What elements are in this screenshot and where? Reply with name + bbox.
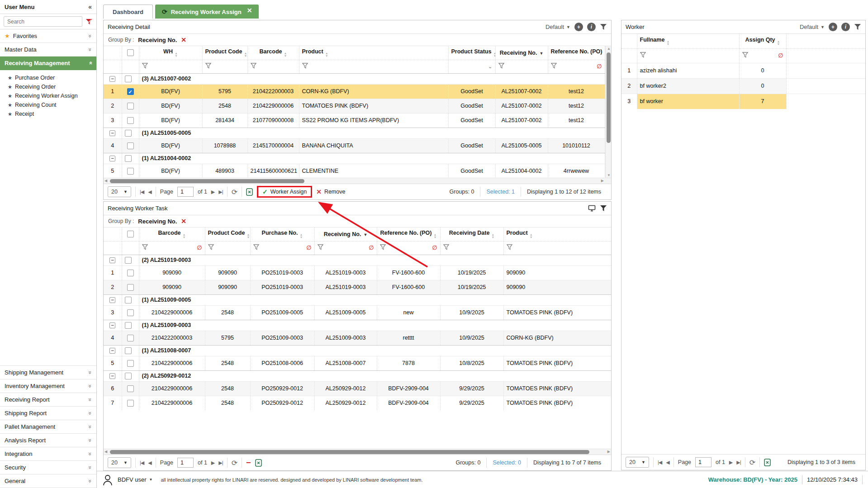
user-menu-dropdown[interactable]: BDFV user ▼ bbox=[118, 476, 153, 483]
row-checkbox[interactable] bbox=[127, 385, 134, 392]
table-row[interactable]: 5 BD(FV)489903214115600000621 CLEMENTINE… bbox=[104, 164, 605, 178]
collapse-group-icon[interactable]: − bbox=[109, 130, 115, 136]
select-all-checkbox[interactable] bbox=[127, 49, 134, 56]
sidebar-collapse-icon[interactable]: « bbox=[88, 3, 92, 10]
scrollbar-thumb[interactable] bbox=[607, 52, 611, 143]
clear-filter-icon[interactable]: ∅ bbox=[432, 244, 437, 251]
collapse-group-icon[interactable]: − bbox=[109, 348, 115, 354]
page-number-input[interactable]: 1 bbox=[177, 458, 194, 468]
filter-barcode[interactable]: ∅ bbox=[139, 241, 205, 255]
clear-filter-icon[interactable]: ∅ bbox=[597, 63, 602, 70]
view-selector[interactable]: Default ▼ bbox=[800, 24, 825, 30]
next-page-button[interactable]: ▶ bbox=[729, 460, 732, 465]
row-checkbox[interactable] bbox=[127, 400, 134, 407]
filter-assign-qty[interactable]: ∅ bbox=[739, 48, 786, 63]
group-checkbox[interactable] bbox=[125, 347, 132, 354]
group-checkbox[interactable] bbox=[125, 322, 132, 329]
col-receiving-date[interactable]: Receiving Date▲▼ bbox=[440, 227, 503, 241]
table-row[interactable]: 1 ✓ BD(FV)57952104222000003 CORN-KG (BDF… bbox=[104, 84, 605, 99]
prev-page-button[interactable]: ◀ bbox=[666, 460, 669, 465]
info-button[interactable]: i bbox=[587, 23, 596, 31]
sidebar-item-favorites[interactable]: ★ Favorites » bbox=[0, 29, 96, 43]
row-checkbox[interactable] bbox=[127, 284, 134, 291]
row-checkbox[interactable] bbox=[127, 142, 134, 149]
info-button[interactable]: i bbox=[841, 23, 850, 31]
select-all-checkbox[interactable] bbox=[127, 231, 134, 237]
page-size-select[interactable]: 20 ▼ bbox=[108, 457, 131, 468]
col-receiving-no[interactable]: Receiving No.▼ bbox=[495, 46, 548, 60]
row-checkbox[interactable] bbox=[127, 270, 134, 276]
sidebar-item-integration[interactable]: Integration » bbox=[0, 447, 96, 461]
filter-reference-no[interactable]: ∅ bbox=[377, 241, 440, 255]
col-wh[interactable]: WH▲▼ bbox=[139, 46, 202, 60]
prev-page-button[interactable]: ◀ bbox=[148, 460, 151, 466]
collapse-group-icon[interactable]: − bbox=[109, 156, 115, 161]
filter-barcode[interactable] bbox=[247, 60, 299, 73]
last-page-button[interactable]: ▶| bbox=[736, 460, 740, 465]
remove-group-by-icon[interactable]: ✕ bbox=[181, 218, 186, 225]
group-checkbox[interactable] bbox=[125, 297, 132, 303]
col-assign-qty[interactable]: Assign Qty▲▼ bbox=[739, 34, 786, 48]
col-receiving-no[interactable]: Receiving No.▼ bbox=[314, 227, 377, 241]
page-number-input[interactable]: 1 bbox=[177, 187, 194, 197]
refresh-grid-button[interactable]: ⟳ bbox=[232, 188, 237, 196]
sidebar-item-receiving-management[interactable]: Receiving Management » bbox=[0, 57, 96, 70]
scrollbar-thumb[interactable] bbox=[110, 450, 589, 454]
group-checkbox[interactable] bbox=[125, 257, 132, 264]
filter-reference-no[interactable]: ∅ bbox=[548, 60, 605, 73]
table-row[interactable]: 2 BD(FV)25482104229000006 TOMATOES PINK … bbox=[104, 99, 605, 113]
clear-filter-icon[interactable]: ∅ bbox=[306, 244, 311, 251]
table-row[interactable]: 1 azizeh alishahi 0 bbox=[621, 63, 865, 78]
col-product-code[interactable]: Product Code▲▼ bbox=[205, 227, 250, 241]
row-checkbox[interactable] bbox=[127, 103, 134, 109]
sidebar-item-inventory-management[interactable]: Inventory Management » bbox=[0, 379, 96, 393]
sidebar-item-security[interactable]: Security » bbox=[0, 461, 96, 474]
filter-icon[interactable] bbox=[600, 205, 607, 212]
sidebar-item-master-data[interactable]: Master Data » bbox=[0, 43, 96, 57]
last-page-button[interactable]: ▶| bbox=[218, 189, 223, 195]
selected-count[interactable]: Selected: 1 bbox=[480, 187, 521, 197]
filter-wh[interactable] bbox=[139, 60, 202, 73]
sidebar-item-receiving-order[interactable]: ★ Receiving Order bbox=[0, 82, 96, 91]
group-checkbox[interactable] bbox=[125, 76, 132, 82]
sidebar-item-shipping-management[interactable]: Shipping Management » bbox=[0, 366, 96, 379]
prev-page-button[interactable]: ◀ bbox=[148, 189, 151, 195]
clear-filter-icon[interactable]: ∅ bbox=[197, 244, 202, 251]
table-row[interactable]: 3 BD(FV)2814342107709000008 SS22 PROMO K… bbox=[104, 113, 605, 128]
collapse-group-icon[interactable]: − bbox=[109, 297, 115, 303]
vertical-scrollbar[interactable]: ▲ ▼ bbox=[605, 46, 611, 178]
filter-receiving-no[interactable] bbox=[495, 60, 548, 73]
sidebar-item-analysis-report[interactable]: Analysis Report » bbox=[0, 434, 96, 447]
table-row[interactable]: 2 909090909090PO251019-0003AL251019-0003… bbox=[104, 280, 611, 294]
add-button[interactable]: + bbox=[574, 23, 583, 31]
page-size-select[interactable]: 20 ▼ bbox=[626, 457, 649, 468]
first-page-button[interactable]: |◀ bbox=[140, 189, 144, 195]
filter-purchase-no[interactable]: ∅ bbox=[250, 241, 314, 255]
page-number-input[interactable]: 1 bbox=[695, 457, 711, 467]
row-checkbox[interactable] bbox=[127, 168, 134, 175]
filter-product-code[interactable] bbox=[205, 241, 250, 255]
first-page-button[interactable]: |◀ bbox=[658, 460, 662, 465]
col-barcode[interactable]: Barcode▲▼ bbox=[247, 46, 299, 60]
group-row[interactable]: − (1) AL251009-0003 bbox=[104, 320, 611, 331]
search-input[interactable] bbox=[4, 16, 82, 27]
group-checkbox[interactable] bbox=[125, 130, 132, 137]
col-product-status[interactable]: Product Status▲▼ bbox=[448, 46, 495, 60]
filter-fullname[interactable] bbox=[637, 48, 739, 63]
filter-receiving-date[interactable] bbox=[440, 241, 503, 255]
group-row[interactable]: − (2) AL250929-0012 bbox=[104, 370, 611, 381]
filter-receiving-no[interactable]: ∅ bbox=[314, 241, 377, 255]
tab-receiving-worker-assign[interactable]: ⟳ Receiving Worker Assign ✕ bbox=[155, 5, 259, 19]
horizontal-scrollbar[interactable]: ◀ ▶ bbox=[104, 178, 611, 184]
clear-filter-icon[interactable]: ∅ bbox=[369, 244, 374, 251]
first-page-button[interactable]: |◀ bbox=[140, 460, 144, 466]
filter-icon[interactable] bbox=[854, 24, 861, 30]
refresh-grid-button[interactable]: ⟳ bbox=[749, 458, 755, 467]
collapse-group-icon[interactable]: − bbox=[109, 322, 115, 328]
filter-product[interactable] bbox=[299, 60, 448, 73]
table-row-selected[interactable]: 3 bf worker 7 bbox=[621, 94, 865, 109]
row-checkbox-checked[interactable]: ✓ bbox=[127, 88, 134, 95]
next-page-button[interactable]: ▶ bbox=[211, 189, 214, 195]
clear-search-filter-icon[interactable] bbox=[85, 18, 93, 25]
table-row[interactable]: 1 909090909090PO251019-0003AL251019-0003… bbox=[104, 265, 611, 280]
